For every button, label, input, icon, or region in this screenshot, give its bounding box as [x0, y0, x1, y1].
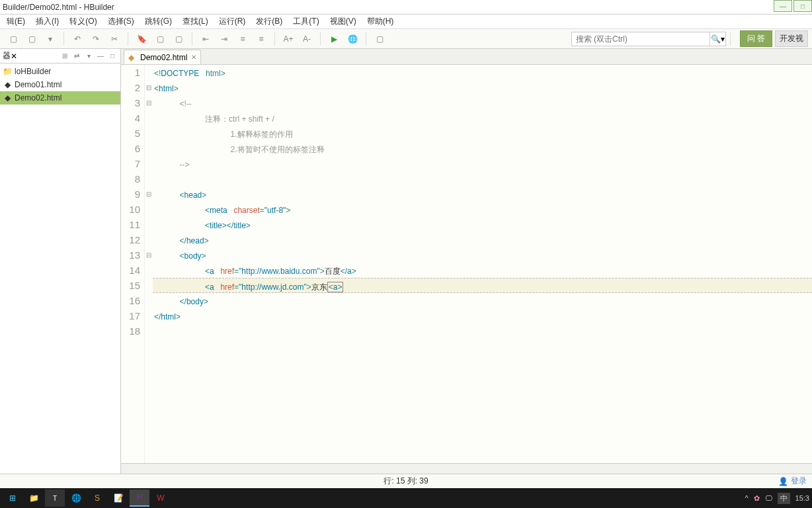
menu-item[interactable]: 视图(V)	[325, 15, 362, 28]
window-title: Builder/Demo02.html - HBuilder	[3, 3, 114, 12]
file-tree-item[interactable]: 📁loHBuilder	[0, 65, 120, 78]
new-icon[interactable]: ▢	[5, 31, 21, 47]
close-icon[interactable]: ✕	[191, 54, 196, 61]
ime-indicator[interactable]: 中	[778, 493, 790, 504]
tab-label: Demo02.html	[140, 53, 187, 62]
wps-icon[interactable]: W	[151, 489, 171, 507]
cut-icon[interactable]: ✂	[106, 31, 122, 47]
tool2-icon[interactable]: ▢	[171, 31, 186, 47]
menu-item[interactable]: 查找(L)	[177, 15, 214, 28]
dev-view-button[interactable]: 开发视	[775, 30, 808, 47]
explorer-icon[interactable]: 📁	[24, 489, 44, 507]
login-link[interactable]: 👤 登录	[778, 476, 807, 487]
minimize-button[interactable]: —	[774, 0, 792, 12]
horizontal-scrollbar[interactable]	[121, 463, 812, 474]
outdent-icon[interactable]: ⇤	[198, 31, 214, 47]
menu-bar: 辑(E)插入(I)转义(O)选择(S)跳转(G)查找(L)运行(R)发行(B)工…	[0, 15, 812, 29]
file-tree[interactable]: 📁loHBuilder◆Demo01.html◆Demo02.html	[0, 64, 120, 474]
menu-item[interactable]: 辑(E)	[1, 15, 30, 28]
file-tree-item[interactable]: ◆Demo02.html	[0, 91, 120, 105]
file-icon: ◆	[3, 93, 12, 103]
notepad-icon[interactable]: 📝	[108, 489, 128, 507]
tray-flower-icon[interactable]: ✿	[754, 494, 760, 503]
line-gutter: 123456789101112131415161718	[121, 65, 145, 463]
run-icon[interactable]: ▶	[326, 31, 342, 47]
menu-item[interactable]: 跳转(G)	[140, 15, 177, 28]
sidebar-title: 器	[3, 50, 11, 62]
sidebar-minimize-icon[interactable]: —	[95, 51, 106, 62]
taskbar: ⊞ 📁 T 🌐 S 📝 H W ^ ✿ 🖵 中 15:3	[0, 488, 812, 508]
clock[interactable]: 15:3	[795, 494, 809, 502]
font-decrease-icon[interactable]: A-	[299, 31, 315, 47]
format-icon[interactable]: ≡	[253, 31, 269, 47]
browser-icon[interactable]: 🌐	[345, 31, 360, 47]
open-icon[interactable]: ▢	[24, 31, 40, 47]
sidebar: 器 ✕ ⊞ ⇄ ▾ — □ 📁loHBuilder◆Demo01.html◆De…	[0, 49, 121, 474]
file-tree-item[interactable]: ◆Demo01.html	[0, 78, 120, 91]
tray-chevron-icon[interactable]: ^	[745, 494, 748, 502]
text-icon[interactable]: T	[45, 489, 65, 507]
start-button[interactable]: ⊞	[3, 489, 22, 507]
maximize-button[interactable]: □	[793, 0, 812, 12]
title-bar: Builder/Demo02.html - HBuilder — □	[0, 0, 812, 15]
file-icon: 📁	[3, 67, 12, 76]
indent-icon[interactable]: ⇥	[216, 31, 232, 47]
font-increase-icon[interactable]: A+	[280, 31, 296, 47]
tab-demo02[interactable]: ◆ Demo02.html ✕	[124, 50, 201, 64]
html-file-icon: ◆	[128, 53, 138, 62]
sidebar-btn1-icon[interactable]: ⊞	[60, 51, 70, 62]
menu-item[interactable]: 转义(O)	[64, 15, 102, 28]
menu-item[interactable]: 插入(I)	[30, 15, 64, 28]
code-editor[interactable]: 123456789101112131415161718 ⊟⊟⊟⊟ <!DOCTY…	[121, 65, 812, 463]
menu-item[interactable]: 选择(S)	[102, 15, 140, 28]
redo-icon[interactable]: ↷	[88, 31, 104, 47]
status-bar: 行: 15 列: 39 👤 登录	[0, 474, 812, 488]
menu-item[interactable]: 工具(T)	[288, 15, 324, 28]
tab-bar: ◆ Demo02.html ✕	[121, 49, 812, 65]
toolbar: ▢ ▢ ▾ ↶ ↷ ✂ 🔖 ▢ ▢ ⇤ ⇥ ≡ ≡ A+ A- ▶ 🌐 ▢ 🔍▾…	[0, 29, 812, 49]
menu-item[interactable]: 发行(B)	[251, 15, 288, 28]
sidebar-btn2-icon[interactable]: ⇄	[71, 51, 82, 62]
cursor-position: 行: 15 列: 39	[384, 476, 428, 487]
menu-item[interactable]: 运行(R)	[214, 15, 251, 28]
menu-item[interactable]: 帮助(H)	[362, 15, 399, 28]
code-content[interactable]: <!DOCTYPE html><html> <!-- 注释：ctrl + shi…	[153, 65, 812, 463]
sidebar-btn3-icon[interactable]: ▾	[83, 51, 94, 62]
sidebar-restore-icon[interactable]: □	[107, 51, 118, 62]
qa-button[interactable]: 问 答	[740, 30, 772, 47]
fold-column[interactable]: ⊟⊟⊟⊟	[145, 65, 153, 463]
search-input[interactable]	[571, 32, 710, 46]
device-icon[interactable]: ▢	[372, 31, 387, 47]
user-icon: 👤	[778, 477, 788, 486]
undo-icon[interactable]: ↶	[69, 31, 85, 47]
tray-monitor-icon[interactable]: 🖵	[765, 494, 772, 502]
file-icon: ◆	[3, 80, 12, 89]
bookmark-icon[interactable]: 🔖	[134, 31, 149, 47]
align-icon[interactable]: ≡	[235, 31, 251, 47]
sublime-icon[interactable]: S	[87, 489, 107, 507]
hbuilder-icon[interactable]: H	[130, 489, 149, 507]
search-icon[interactable]: 🔍▾	[710, 32, 726, 46]
save-icon[interactable]: ▾	[42, 31, 58, 47]
tool1-icon[interactable]: ▢	[152, 31, 168, 47]
chrome-icon[interactable]: 🌐	[66, 489, 86, 507]
